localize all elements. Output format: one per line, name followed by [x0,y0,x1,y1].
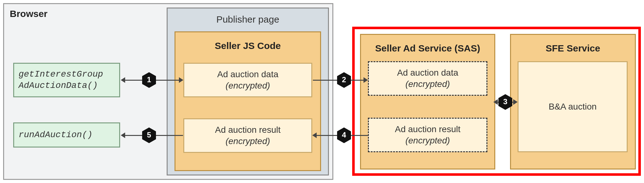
seller-auction-data-box: Ad auction data (encrypted) [183,63,312,97]
step-number-3: 3 [503,97,507,106]
step-number-4: 4 [342,131,346,139]
arrow-1-right [179,77,183,83]
seller-auction-result-box: Ad auction result (encrypted) [183,118,312,153]
sas-label: Seller Ad Service (SAS) [375,43,480,54]
browser-label: Browser [10,8,47,19]
sas-auction-result-title: Ad auction result [395,124,461,135]
step-marker-4: 4 [337,127,351,143]
seller-auction-result-subtitle: (encrypted) [225,136,270,147]
seller-js-label: Seller JS Code [215,40,281,51]
arrow-5-left [121,132,125,138]
api-run-ad-auction: runAdAuction() [13,122,120,148]
diagram-canvas: Browser Publisher page Seller JS Code Se… [3,3,641,180]
arrow-3-left [493,99,498,105]
step-number-1: 1 [147,75,151,84]
sas-auction-data-title: Ad auction data [397,67,458,78]
arrow-1-left [121,77,125,83]
step-marker-1: 1 [142,72,156,88]
sas-auction-result-box: Ad auction result (encrypted) [368,118,487,152]
api-get-text: getInterestGroup AdAuctionData() [19,69,103,92]
api-run-text: runAdAuction() [19,129,92,141]
arrow-2-right [364,77,368,83]
sfe-auction-box: B&A auction [518,61,628,152]
sas-auction-data-box: Ad auction data (encrypted) [368,61,487,96]
step-number-5: 5 [147,131,151,139]
step-marker-2: 2 [337,72,351,88]
sas-auction-result-subtitle: (encrypted) [405,135,450,146]
seller-auction-data-subtitle: (encrypted) [225,80,270,91]
sfe-auction-text: B&A auction [549,101,597,112]
arrow-3-right [513,99,518,105]
step-marker-5: 5 [142,127,156,143]
api-get-interest-group: getInterestGroup AdAuctionData() [13,63,120,97]
seller-auction-data-title: Ad auction data [217,69,279,80]
step-marker-3: 3 [498,94,512,110]
sfe-label: SFE Service [546,43,600,54]
arrow-4-left [312,132,317,138]
sas-auction-data-subtitle: (encrypted) [405,78,450,90]
seller-auction-result-title: Ad auction result [215,124,281,136]
publisher-page-label: Publisher page [216,14,279,25]
step-number-2: 2 [342,75,346,84]
